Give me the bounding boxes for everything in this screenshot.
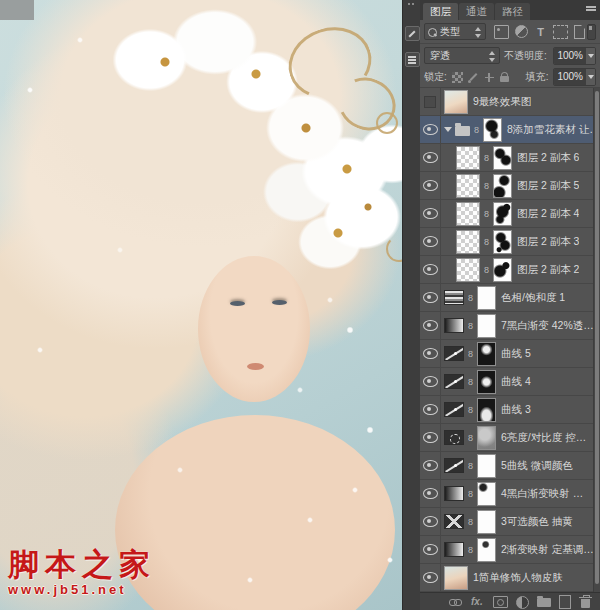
layer-row[interactable]: 8曲线 3 [420, 396, 593, 424]
new-group-icon[interactable] [537, 598, 551, 607]
gradient-map-icon[interactable] [444, 542, 464, 557]
mask-link-icon[interactable]: 8 [467, 405, 474, 415]
layer-row[interactable]: 8曲线 4 [420, 368, 593, 396]
layer-row-body[interactable]: 83可选颜色 抽黄 [441, 508, 593, 535]
layer-row-body[interactable]: 85曲线 微调颜色 [441, 452, 593, 479]
curves-icon[interactable] [444, 402, 464, 417]
curves-icon[interactable] [444, 346, 464, 361]
layer-row[interactable]: 85曲线 微调颜色 [420, 452, 593, 480]
layer-mask-thumbnail[interactable] [493, 202, 512, 226]
layer-thumbnail[interactable] [456, 230, 480, 254]
layer-label[interactable]: 曲线 3 [499, 403, 531, 417]
panel-menu-icon[interactable] [584, 3, 598, 15]
scrollbar-thumb[interactable] [595, 91, 599, 584]
lock-pixels-icon[interactable] [468, 72, 479, 83]
mask-link-icon[interactable]: 8 [483, 265, 490, 275]
layer-row[interactable]: 83可选颜色 抽黄 [420, 508, 593, 536]
visibility-toggle[interactable] [420, 480, 441, 507]
eye-icon[interactable] [423, 572, 438, 583]
eye-icon[interactable] [423, 264, 438, 275]
eye-icon[interactable] [423, 180, 438, 191]
eye-icon[interactable] [423, 404, 438, 415]
brushes-panel-icon[interactable] [405, 26, 420, 41]
mask-link-icon[interactable]: 8 [483, 153, 490, 163]
visibility-toggle[interactable] [420, 200, 441, 227]
layer-label[interactable]: 图层 2 副本 2 [515, 263, 579, 277]
layer-row-body[interactable]: 1简单修饰人物皮肤 [441, 564, 593, 591]
delete-layer-icon[interactable] [581, 599, 590, 608]
curves-icon[interactable] [444, 374, 464, 389]
visibility-toggle[interactable] [420, 508, 441, 535]
fill-value[interactable]: 100% [554, 69, 586, 85]
visibility-toggle[interactable] [420, 564, 441, 591]
curves-icon[interactable] [444, 458, 464, 473]
layer-label[interactable]: 8添加雪花素材 让… [505, 123, 593, 137]
layer-label[interactable]: 1简单修饰人物皮肤 [471, 571, 563, 585]
layer-row-body[interactable]: 8曲线 5 [441, 340, 593, 367]
layer-row[interactable]: 8图层 2 副本 2 [420, 256, 593, 284]
mask-link-icon[interactable]: 8 [467, 293, 474, 303]
dropdown-arrow-icon[interactable] [586, 69, 595, 85]
new-layer-icon[interactable] [559, 595, 571, 609]
expand-triangle-icon[interactable] [444, 127, 452, 132]
mask-link-icon[interactable]: 8 [467, 461, 474, 471]
layer-mask-thumbnail[interactable] [477, 286, 496, 310]
layer-mask-thumbnail[interactable] [477, 482, 496, 506]
tab-channels[interactable]: 通道 [459, 3, 494, 20]
layer-mask-thumbnail[interactable] [477, 314, 496, 338]
tab-layers[interactable]: 图层 [423, 3, 458, 20]
visibility-toggle[interactable] [420, 368, 441, 395]
eye-icon[interactable] [423, 124, 438, 135]
mask-link-icon[interactable]: 8 [467, 349, 474, 359]
layer-row[interactable]: 8图层 2 副本 3 [420, 228, 593, 256]
visibility-toggle[interactable] [420, 452, 441, 479]
layer-mask-thumbnail[interactable] [493, 258, 512, 282]
smart-object-filter-icon[interactable] [574, 25, 585, 39]
eye-icon[interactable] [423, 208, 438, 219]
mask-link-icon[interactable]: 8 [467, 321, 474, 331]
layer-row[interactable]: 9最终效果图 [420, 88, 593, 116]
eye-icon[interactable] [423, 236, 438, 247]
layer-row-body[interactable]: 8图层 2 副本 5 [441, 172, 593, 199]
gradient-map-icon[interactable] [444, 486, 464, 501]
layer-label[interactable]: 色相/饱和度 1 [499, 291, 565, 305]
mask-link-icon[interactable]: 8 [467, 545, 474, 555]
layer-row[interactable]: 1简单修饰人物皮肤 [420, 564, 593, 592]
eye-empty-box[interactable] [424, 96, 436, 108]
layer-row-body[interactable]: 82渐变映射 定基调… [441, 536, 593, 563]
layer-row-body[interactable]: 8图层 2 副本 4 [441, 200, 593, 227]
layer-row-body[interactable]: 8图层 2 副本 2 [441, 256, 593, 283]
layer-mask-thumbnail[interactable] [493, 174, 512, 198]
layers-dock-panel-icon[interactable] [405, 52, 420, 67]
lock-position-icon[interactable] [484, 72, 495, 83]
layer-mask-thumbnail[interactable] [477, 426, 496, 450]
layer-label[interactable]: 图层 2 副本 6 [515, 151, 579, 165]
layers-scrollbar[interactable] [593, 88, 600, 592]
lock-all-icon[interactable] [500, 72, 509, 83]
eye-icon[interactable] [423, 460, 438, 471]
eye-icon[interactable] [423, 348, 438, 359]
visibility-toggle[interactable] [420, 340, 441, 367]
type-filter-icon[interactable]: T [534, 26, 547, 38]
link-layers-icon[interactable] [449, 595, 463, 608]
layer-label[interactable]: 9最终效果图 [471, 95, 531, 109]
layer-row[interactable]: 87黑白渐变 42%透… [420, 312, 593, 340]
dock-grip-icon[interactable] [408, 3, 416, 5]
blend-mode-select[interactable]: 穿透 [424, 47, 500, 64]
layer-row[interactable]: 82渐变映射 定基调… [420, 536, 593, 564]
layer-label[interactable]: 图层 2 副本 5 [515, 179, 579, 193]
visibility-toggle[interactable] [420, 536, 441, 563]
layer-label[interactable]: 6亮度/对比度 控… [499, 431, 586, 445]
gradient-icon[interactable] [444, 318, 464, 333]
mask-link-icon[interactable]: 8 [467, 433, 474, 443]
mask-link-icon[interactable]: 8 [467, 377, 474, 387]
lock-transparency-icon[interactable] [452, 72, 463, 83]
visibility-toggle[interactable] [420, 116, 441, 143]
brightness-contrast-icon[interactable] [444, 430, 464, 445]
pixel-filter-icon[interactable] [494, 25, 509, 39]
layer-row[interactable]: 88添加雪花素材 让… [420, 116, 593, 144]
layer-thumbnail[interactable] [456, 202, 480, 226]
layer-row[interactable]: 8曲线 5 [420, 340, 593, 368]
visibility-toggle[interactable] [420, 396, 441, 423]
visibility-toggle[interactable] [420, 256, 441, 283]
